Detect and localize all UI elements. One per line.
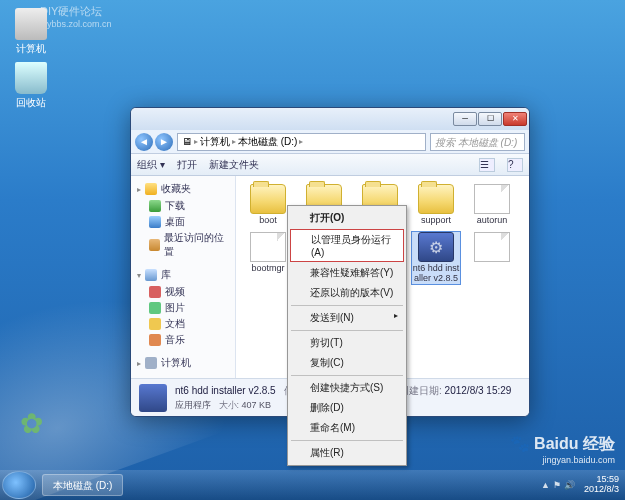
maximize-button[interactable]: ☐ [478, 112, 502, 126]
file-item[interactable]: bootmgr [244, 232, 292, 284]
search-input[interactable]: 搜索 本地磁盘 (D:) [430, 133, 525, 151]
menu-item[interactable]: 打开(O) [290, 208, 404, 228]
file-item[interactable]: support [412, 184, 460, 226]
breadcrumb-segment[interactable]: 计算机 [200, 133, 230, 151]
menu-item[interactable]: 复制(C) [290, 353, 404, 373]
music-icon [149, 334, 161, 346]
file-icon [474, 184, 510, 214]
menu-item[interactable]: 剪切(T) [290, 333, 404, 353]
taskbar-item[interactable]: 本地磁盘 (D:) [42, 474, 123, 496]
context-menu: 打开(O)以管理员身份运行(A)兼容性疑难解答(Y)还原以前的版本(V)发送到(… [287, 205, 407, 466]
menu-item[interactable]: 创建快捷方式(S) [290, 378, 404, 398]
picture-icon [149, 302, 161, 314]
star-icon [145, 183, 157, 195]
sidebar-item-downloads[interactable]: 下载 [131, 198, 235, 214]
open-button[interactable]: 打开 [177, 158, 197, 172]
desktop-icon-label: 计算机 [6, 42, 56, 56]
new-folder-button[interactable]: 新建文件夹 [209, 158, 259, 172]
sidebar-item-desktop[interactable]: 桌面 [131, 214, 235, 230]
sidebar-item-recent[interactable]: 最近访问的位置 [131, 230, 235, 260]
sidebar-favorites-head[interactable]: ▸收藏夹 [131, 180, 235, 198]
document-icon [149, 318, 161, 330]
titlebar[interactable]: ─ ☐ ✕ [131, 108, 529, 130]
folder-icon [250, 184, 286, 214]
watermark-bottom-right: 🐾Baidu 经验 jingyan.baidu.com [510, 434, 615, 465]
address-bar: ◄ ► 🖥 ▸ 计算机 ▸ 本地磁盘 (D:) ▸ 搜索 本地磁盘 (D:) [131, 130, 529, 154]
desktop-icon-label: 回收站 [6, 96, 56, 110]
desktop-icon [149, 216, 161, 228]
menu-separator [291, 330, 403, 331]
breadcrumb-icon: 🖥 [182, 133, 192, 151]
close-button[interactable]: ✕ [503, 112, 527, 126]
library-icon [145, 269, 157, 281]
clock[interactable]: 15:59 2012/8/3 [584, 475, 619, 495]
desktop-icon-recyclebin[interactable]: 回收站 [6, 62, 56, 110]
sidebar-computer[interactable]: ▸计算机 [131, 354, 235, 372]
menu-item[interactable]: 属性(R) [290, 443, 404, 463]
breadcrumb-segment[interactable]: 本地磁盘 (D:) [238, 133, 297, 151]
file-label: bootmgr [244, 264, 292, 274]
navigation-pane: ▸收藏夹 下载 桌面 最近访问的位置 ▾库 视频 图片 文档 音乐 ▸计算机 ▸… [131, 176, 236, 378]
file-item[interactable]: autorun [468, 184, 516, 226]
menu-separator [291, 375, 403, 376]
download-icon [149, 200, 161, 212]
desktop-icon-computer[interactable]: 计算机 [6, 8, 56, 56]
wallpaper-clover: ✿ [20, 407, 43, 440]
exe-icon [139, 384, 167, 412]
sidebar-item-videos[interactable]: 视频 [131, 284, 235, 300]
file-icon [250, 232, 286, 262]
menu-separator [291, 305, 403, 306]
forward-button[interactable]: ► [155, 133, 173, 151]
breadcrumb[interactable]: 🖥 ▸ 计算机 ▸ 本地磁盘 (D:) ▸ [177, 133, 426, 151]
sidebar-item-documents[interactable]: 文档 [131, 316, 235, 332]
file-label: support [412, 216, 460, 226]
chevron-right-icon: ▸ [194, 133, 198, 151]
file-label: boot [244, 216, 292, 226]
file-label: nt6 hdd installer v2.8.5 [412, 264, 460, 284]
toolbar: 组织 ▾ 打开 新建文件夹 ☰ ? [131, 154, 529, 176]
file-item[interactable]: nt6 hdd installer v2.8.5 [412, 232, 460, 284]
recyclebin-icon [15, 62, 47, 94]
back-button[interactable]: ◄ [135, 133, 153, 151]
help-button[interactable]: ? [507, 158, 523, 172]
menu-item[interactable]: 以管理员身份运行(A) [290, 229, 404, 262]
file-label: autorun [468, 216, 516, 226]
file-item[interactable]: boot [244, 184, 292, 226]
video-icon [149, 286, 161, 298]
taskbar: 本地磁盘 (D:) ▲⚑🔊 15:59 2012/8/3 [0, 470, 625, 500]
computer-icon [145, 357, 157, 369]
folder-icon [418, 184, 454, 214]
computer-icon [15, 8, 47, 40]
menu-item[interactable]: 重命名(M) [290, 418, 404, 438]
start-button[interactable] [2, 471, 36, 499]
menu-separator [291, 440, 403, 441]
menu-item[interactable]: 删除(D) [290, 398, 404, 418]
recent-icon [149, 239, 160, 251]
menu-item[interactable]: 还原以前的版本(V) [290, 283, 404, 303]
sidebar-item-pictures[interactable]: 图片 [131, 300, 235, 316]
menu-item[interactable]: 发送到(N)▸ [290, 308, 404, 328]
system-tray[interactable]: ▲⚑🔊 15:59 2012/8/3 [541, 475, 619, 495]
exe-icon [418, 232, 454, 262]
file-icon [474, 232, 510, 262]
chevron-right-icon: ▸ [299, 133, 303, 151]
menu-item[interactable]: 兼容性疑难解答(Y) [290, 263, 404, 283]
file-item[interactable] [468, 232, 516, 284]
minimize-button[interactable]: ─ [453, 112, 477, 126]
sidebar-libraries-head[interactable]: ▾库 [131, 266, 235, 284]
organize-button[interactable]: 组织 ▾ [137, 158, 165, 172]
sidebar-item-music[interactable]: 音乐 [131, 332, 235, 348]
view-button[interactable]: ☰ [479, 158, 495, 172]
chevron-right-icon: ▸ [394, 311, 398, 320]
chevron-right-icon: ▸ [232, 133, 236, 151]
tray-icons[interactable]: ▲⚑🔊 [541, 480, 578, 490]
